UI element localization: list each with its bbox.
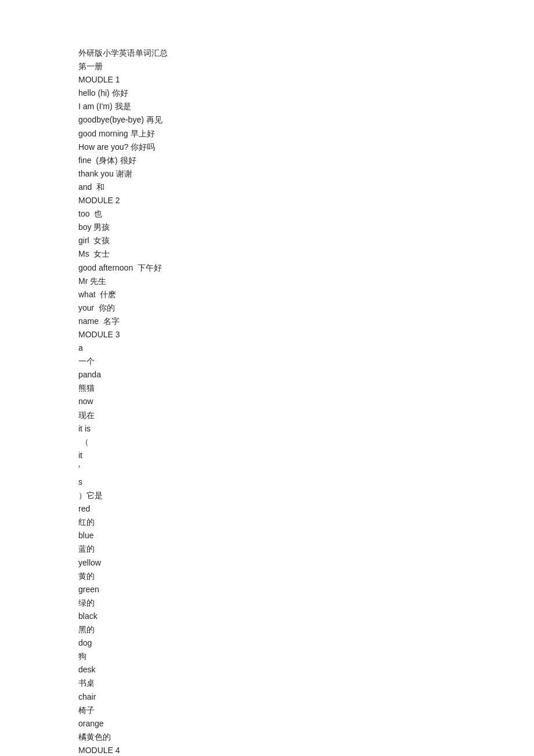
vocab-line: ′	[78, 462, 534, 476]
vocab-line: good morning 早上好	[78, 127, 534, 141]
vocab-line: and 和	[78, 181, 534, 194]
vocab-line: name 名字	[78, 315, 534, 328]
vocab-line: goodbye(bye-bye) 再见	[78, 113, 534, 127]
vocab-line: what 什麽	[78, 288, 534, 301]
vocab-line: red	[78, 502, 534, 516]
vocab-line: 现在	[78, 409, 534, 422]
vocab-line: 外研版小学英语单词汇总	[78, 46, 534, 60]
vocab-line: blue	[78, 529, 534, 542]
vocab-line: too 也	[78, 207, 534, 221]
vocab-line: 绿的	[78, 596, 534, 610]
vocab-line: 橘黄色的	[78, 730, 534, 744]
vocab-line: chair	[78, 690, 534, 704]
vocab-line: 黄的	[78, 570, 534, 583]
vocab-line: 一个	[78, 355, 534, 368]
vocab-line: 狗	[78, 650, 534, 663]
vocab-line: Mr 先生	[78, 275, 534, 288]
vocab-line: s	[78, 476, 534, 489]
vocab-line: thank you 谢谢	[78, 167, 534, 181]
vocab-line: now	[78, 395, 534, 408]
vocab-line: hello (hi) 你好	[78, 87, 534, 100]
vocab-line: MODULE 4	[78, 744, 534, 756]
vocab-line: orange	[78, 717, 534, 730]
vocab-line: fine (身体) 很好	[78, 154, 534, 167]
vocab-line: I am (I'm) 我是	[78, 100, 534, 113]
vocab-line: desk	[78, 663, 534, 676]
vocab-line: MODULE 2	[78, 194, 534, 207]
vocab-line: it	[78, 449, 534, 462]
vocab-line: girl 女孩	[78, 234, 534, 247]
vocab-line: panda	[78, 368, 534, 381]
vocab-line: ）它是	[78, 489, 534, 502]
vocab-line: 黑的	[78, 623, 534, 636]
vocab-line: 第一册	[78, 60, 534, 73]
vocab-line: 书桌	[78, 676, 534, 690]
vocabulary-list: 外研版小学英语单词汇总第一册MOUDLE 1hello (hi) 你好I am …	[78, 46, 534, 756]
vocab-line: boy 男孩	[78, 221, 534, 234]
vocab-line: a	[78, 341, 534, 355]
vocab-line: 椅子	[78, 704, 534, 717]
vocab-line: 熊猫	[78, 381, 534, 395]
vocab-line: MODULE 3	[78, 328, 534, 341]
vocab-line: yellow	[78, 556, 534, 570]
vocab-line: （	[78, 435, 534, 449]
vocab-line: black	[78, 610, 534, 623]
vocab-line: it is	[78, 422, 534, 435]
vocab-line: good afternoon 下午好	[78, 261, 534, 275]
vocab-line: green	[78, 583, 534, 596]
vocab-line: How are you? 你好吗	[78, 141, 534, 154]
vocab-line: 蓝的	[78, 542, 534, 556]
vocab-line: 红的	[78, 516, 534, 529]
vocab-line: dog	[78, 636, 534, 650]
vocab-line: Ms 女士	[78, 247, 534, 261]
vocab-line: your 你的	[78, 301, 534, 315]
vocab-line: MOUDLE 1	[78, 73, 534, 87]
